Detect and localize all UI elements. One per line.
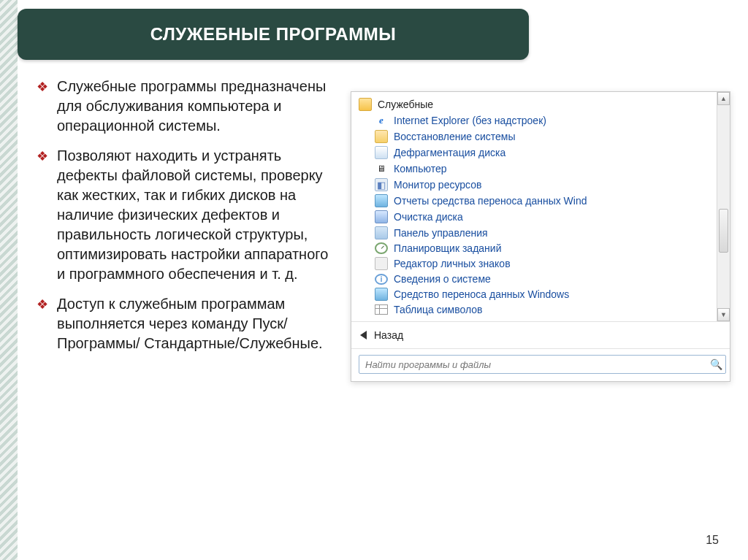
title-banner: СЛУЖЕБНЫЕ ПРОГРАММЫ [18,9,529,60]
menu-item-resmonitor[interactable]: Монитор ресурсов [351,177,717,193]
menu-item-label: Компьютер [394,163,446,174]
search-input[interactable] [359,355,726,374]
control-panel-icon [375,226,388,239]
slide-body: Служебные программы предназначены для об… [37,77,723,529]
scroll-down-button[interactable]: ▼ [717,308,730,321]
slide: СЛУЖЕБНЫЕ ПРОГРАММЫ Служебные программы … [0,0,748,560]
menu-item-label: Монитор ресурсов [394,179,481,191]
start-menu-panel: Служебные Internet Explorer (без надстро… [351,91,730,382]
text-column: Служебные программы предназначены для об… [37,77,343,529]
menu-item-label: Панель управления [394,227,488,239]
menu-item-controlpanel[interactable]: Панель управления [351,225,717,241]
menu-item-diskcleanup[interactable]: Очистка диска [351,209,717,225]
menu-item-label: Отчеты средства переноса данных Wind [394,195,587,207]
menu-item-computer[interactable]: Компьютер [351,161,717,177]
back-row[interactable]: Назад [351,321,730,348]
clock-icon [375,242,388,254]
screenshot-column: Служебные Internet Explorer (без надстро… [343,77,723,529]
editor-icon [375,257,388,270]
bullet-list: Служебные программы предназначены для об… [37,77,336,353]
menu-item-transfer-tool[interactable]: Средство переноса данных Windows [351,286,717,302]
folder-icon [359,98,372,111]
menu-item-label: Очистка диска [394,211,463,223]
menu-item-charmap[interactable]: Таблица символов [351,302,717,317]
menu-item-label: Планировщик заданий [394,242,501,254]
bullet-item: Позволяют находить и устранять дефекты ф… [37,146,336,284]
menu-item-defrag[interactable]: Дефрагментация диска [351,145,717,161]
folder-label: Служебные [378,99,433,110]
menu-item-label: Редактор личных знаков [394,258,511,269]
menu-folder-row[interactable]: Служебные [351,96,717,112]
menu-item-label: Internet Explorer (без надстроек) [394,115,546,126]
bullet-item: Служебные программы предназначены для об… [37,77,336,136]
menu-item-ie[interactable]: Internet Explorer (без надстроек) [351,112,717,129]
menu-item-label: Сведения о системе [394,273,491,285]
menu-item-label: Дефрагментация диска [394,147,505,158]
monitor-icon [375,178,388,191]
search-bar: 🔍 [351,348,730,381]
transfer-icon [375,288,388,301]
ie-icon [375,114,388,127]
info-icon [375,274,388,285]
page-number: 15 [706,534,719,547]
menu-item-transfer-reports[interactable]: Отчеты средства переноса данных Wind [351,193,717,209]
bullet-item: Доступ к служебным программам выполняетс… [37,294,336,353]
menu-item-scheduler[interactable]: Планировщик заданий [351,241,717,256]
defrag-icon [375,146,388,159]
back-label: Назад [374,329,403,341]
table-icon [375,304,388,315]
slide-title: СЛУЖЕБНЫЕ ПРОГРАММЫ [150,24,396,45]
restore-icon [375,130,388,143]
transfer-report-icon [375,194,388,207]
back-arrow-icon [360,331,367,340]
menu-item-sysinfo[interactable]: Сведения о системе [351,272,717,286]
computer-icon [375,162,388,175]
scroll-thumb[interactable] [719,209,728,253]
scrollbar[interactable]: ▲ ▼ [717,92,730,321]
scroll-up-button[interactable]: ▲ [717,92,730,105]
menu-item-label: Средство переноса данных Windows [394,288,569,300]
menu-item-label: Таблица символов [394,304,483,315]
menu-item-char-editor[interactable]: Редактор личных знаков [351,256,717,272]
menu-body: Служебные Internet Explorer (без надстро… [351,92,730,321]
menu-list: Служебные Internet Explorer (без надстро… [351,92,717,321]
decorative-stripe [0,0,18,560]
menu-item-label: Восстановление системы [394,131,516,142]
disk-icon [375,210,388,223]
menu-item-restore[interactable]: Восстановление системы [351,129,717,145]
